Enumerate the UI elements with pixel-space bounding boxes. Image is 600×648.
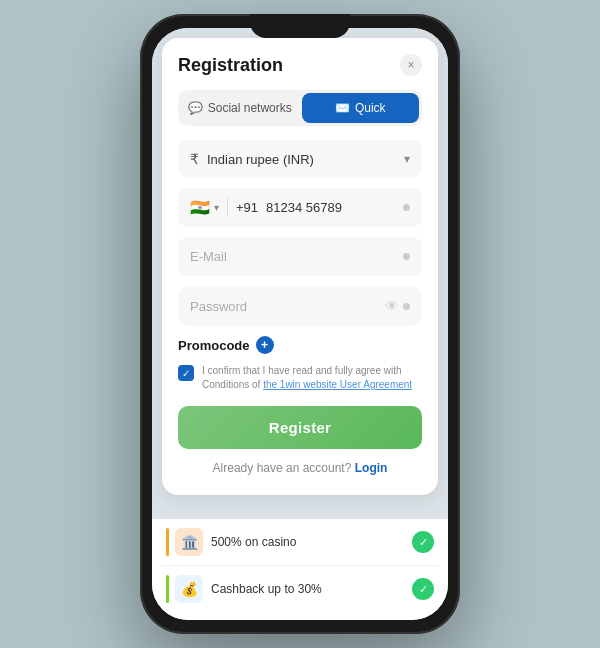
chevron-down-icon: ▾ [404,152,410,166]
currency-select[interactable]: ₹ Indian rupee (INR) ▾ [178,140,422,178]
email-placeholder: E-Mail [190,249,403,264]
tab-bar: 💬 Social networks ✉️ Quick [178,90,422,126]
promocode-row: Promocode + [178,336,422,354]
password-dot-indicator [403,303,410,310]
phone-number-value[interactable]: 81234 56789 [266,200,395,215]
promo-cashback: 💰 Cashback up to 30% ✓ [162,566,438,612]
password-input-row[interactable]: Password 👁 [178,286,422,326]
phone-prefix: +91 [236,200,258,215]
email-input-row[interactable]: E-Mail [178,237,422,276]
promo-casino-check: ✓ [412,531,434,553]
promo-casino-text: 500% on casino [211,535,412,549]
phone-screen: Registration × 💬 Social networks ✉️ Quic… [152,28,448,620]
bottom-promo-area: 🏛️ 500% on casino ✓ 💰 Cashback up to 30%… [152,519,448,620]
tab-social[interactable]: 💬 Social networks [181,93,299,123]
social-icon: 💬 [188,101,203,115]
agreement-text: I confirm that I have read and fully agr… [202,364,422,392]
promo-cashback-text: Cashback up to 30% [211,582,412,596]
phone-frame: Registration × 💬 Social networks ✉️ Quic… [140,14,460,634]
promo-casino-icon: 🏛️ [175,528,203,556]
phone-input-row: 🇮🇳 ▾ +91 81234 56789 [178,188,422,227]
login-link[interactable]: Login [355,461,388,475]
flag-icon: 🇮🇳 [190,198,210,217]
flag-chevron-icon: ▾ [214,202,219,213]
promo-cashback-check: ✓ [412,578,434,600]
phone-dot-indicator [403,204,410,211]
login-row: Already have an account? Login [178,461,422,475]
modal-card: Registration × 💬 Social networks ✉️ Quic… [162,38,438,495]
promocode-label: Promocode [178,338,250,353]
eye-icon: 👁 [385,298,399,314]
agreement-link[interactable]: the 1win website User Agreement [263,379,412,390]
email-dot-indicator [403,253,410,260]
modal-header: Registration × [178,54,422,76]
tab-quick[interactable]: ✉️ Quick [302,93,420,123]
promo-casino-accent [166,528,169,556]
checkmark-icon: ✓ [182,368,190,379]
quick-icon: ✉️ [335,101,350,115]
phone-notch [250,14,350,38]
rupee-icon: ₹ [190,151,199,167]
promo-cashback-accent [166,575,169,603]
add-promocode-button[interactable]: + [256,336,274,354]
flag-selector[interactable]: 🇮🇳 ▾ [190,198,228,217]
quick-label: Quick [355,101,386,115]
password-placeholder: Password [190,299,385,314]
modal-area: Registration × 💬 Social networks ✉️ Quic… [152,28,448,519]
modal-title: Registration [178,55,283,76]
social-label: Social networks [208,101,292,115]
close-button[interactable]: × [400,54,422,76]
register-button[interactable]: Register [178,406,422,449]
login-prompt: Already have an account? [213,461,352,475]
currency-value: Indian rupee (INR) [207,152,314,167]
promo-cashback-icon: 💰 [175,575,203,603]
agreement-checkbox[interactable]: ✓ [178,365,194,381]
agreement-row: ✓ I confirm that I have read and fully a… [178,364,422,392]
currency-left: ₹ Indian rupee (INR) [190,151,314,167]
promo-casino: 🏛️ 500% on casino ✓ [162,519,438,566]
